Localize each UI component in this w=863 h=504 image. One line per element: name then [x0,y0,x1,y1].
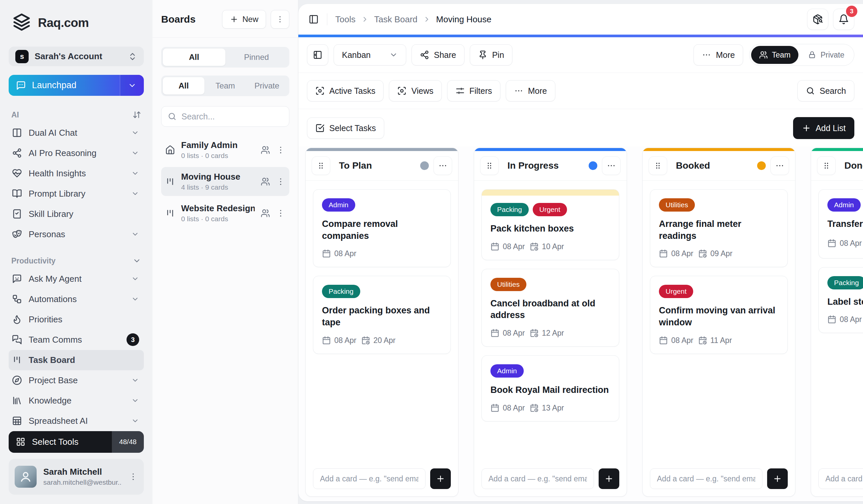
kebab-menu-icon [276,15,284,24]
boards-search-input[interactable] [182,112,289,121]
task-card[interactable]: Utilities Cancel broadband at old addres… [481,269,619,347]
chevron-down-icon[interactable] [133,257,141,265]
sidebar-item-skill-library[interactable]: Skill Library [9,204,144,224]
board-item-family-admin[interactable]: Family Admin 0 lists · 0 cards [161,135,289,164]
select-tools-main[interactable]: Select Tools [9,431,112,453]
add-card-button[interactable] [599,468,619,489]
new-board-button[interactable]: New [222,10,266,29]
add-list-button[interactable]: Add List [793,117,854,139]
drag-handle[interactable] [480,156,499,175]
task-card[interactable]: Admin Transfer c 08 Apr [818,189,863,258]
sidebar-item-ask-my-agent[interactable]: Ask My Agent [9,269,144,289]
calendar-icon [659,249,668,258]
account-name: Sarah's Account [35,51,122,62]
filter-tab-all[interactable]: All [163,77,204,94]
share-button[interactable]: Share [412,44,464,66]
column-title[interactable]: To Plan [335,158,415,174]
boards-more-button[interactable] [271,10,289,29]
views-button[interactable]: Views [389,80,441,102]
book-open-icon [12,189,22,198]
add-card-input[interactable] [650,468,762,489]
task-card[interactable]: Packing Label stor 08 Apr [818,267,863,333]
sidebar-item-prompt-library[interactable]: Prompt Library [9,184,144,204]
due-date-text: 10 Apr [542,242,564,251]
start-date: 08 Apr [322,249,357,258]
drag-handle[interactable] [817,156,836,175]
filters-more-button[interactable]: More [506,80,555,102]
breadcrumb-task-board[interactable]: Task Board [374,14,417,25]
breadcrumb-tools[interactable]: Tools [335,14,355,25]
sidebar-item-personas[interactable]: Personas [9,224,144,245]
board-item-moving-house[interactable]: Moving House 4 lists · 9 cards [161,167,289,196]
column-menu-button[interactable] [434,156,452,175]
task-card[interactable]: Urgent Confirm moving van arrival window… [650,276,788,354]
grip-icon [485,161,494,170]
task-card[interactable]: Admin Compare removal companies 08 Apr [313,189,451,267]
select-tools-button[interactable]: Select Tools 48/48 [9,431,144,453]
filter-tab-team[interactable]: Team [204,77,246,94]
kebab-menu-icon[interactable] [276,209,285,218]
sidebar-item-priorities[interactable]: Priorities [9,309,144,330]
visibility-private-option[interactable]: Private [800,46,852,64]
sidebar-item-health-insights[interactable]: Health Insights [9,163,144,184]
kebab-menu-icon[interactable] [128,472,138,481]
sidebar-item-automations[interactable]: Automations [9,289,144,309]
due-date: 12 Apr [530,329,564,338]
heart-pulse-icon [12,168,22,178]
add-card-button[interactable] [430,468,451,489]
drag-handle[interactable] [649,156,667,175]
filter-tab-private[interactable]: Private [246,77,288,94]
sidebar-item-task-board[interactable]: Task Board [9,350,144,370]
column-title[interactable]: In Progress [503,158,584,174]
boards-view-tabs: All Pinned [161,47,289,67]
column-done: Done Admin Transfer c 08 Ap [811,148,863,497]
column-menu-button[interactable] [602,156,621,175]
view-mode-select[interactable]: Kanban [334,44,406,66]
ai-section-header: AI [9,111,144,119]
more-button[interactable]: More [693,44,743,66]
task-card[interactable]: Admin Book Royal Mail redirection 08 Apr… [481,355,619,422]
sidebar-item-dual-ai-chat[interactable]: Dual AI Chat [9,123,144,143]
column-title[interactable]: Booked [672,158,752,174]
add-card-input[interactable] [313,468,425,489]
column-booked: Booked Utilities Arrange final meter rea… [642,148,796,497]
task-card[interactable]: Utilities Arrange final meter readings 0… [650,189,788,267]
board-item-website-redesign[interactable]: Website Redesign Ta... 0 lists · 0 cards [161,198,289,228]
sort-icon[interactable] [133,111,141,119]
boards-filter-tabs: All Team Private [161,76,289,96]
sidebar-item-project-base[interactable]: Project Base [9,370,144,390]
pin-button[interactable]: Pin [470,44,512,66]
account-switcher[interactable]: s Sarah's Account [9,47,144,66]
user-profile-card[interactable]: Sarah Mitchell sarah.mitchell@westbur... [9,459,144,495]
tab-all-boards[interactable]: All [163,49,225,66]
notifications-button[interactable]: 3 [833,9,854,30]
visibility-team-option[interactable]: Team [751,46,798,64]
kebab-menu-icon[interactable] [276,145,285,155]
add-card-button[interactable] [767,468,788,489]
package-search-button[interactable] [807,9,828,30]
select-tasks-button[interactable]: Select Tasks [307,117,384,139]
launchpad-main[interactable]: Launchpad [9,75,120,96]
column-footer [811,468,863,496]
due-date-text: 11 Apr [711,336,732,345]
column-title[interactable]: Done [840,158,863,174]
launchpad-button[interactable]: Launchpad [9,75,144,96]
sidebar-item-spreadsheet-ai[interactable]: Spreadsheet AI [9,411,144,431]
sidebar-item-team-comms[interactable]: Team Comms 3 [9,330,144,350]
sidebar-item-knowledge[interactable]: Knowledge [9,390,144,411]
sidebar-toggle-button[interactable] [306,12,321,27]
task-card[interactable]: Packing Order packing boxes and tape 08 … [313,276,451,354]
column-menu-button[interactable] [771,156,789,175]
tab-pinned-boards[interactable]: Pinned [225,49,288,66]
active-tasks-button[interactable]: Active Tasks [307,80,384,102]
board-search-button[interactable]: Search [797,80,854,102]
drag-handle[interactable] [312,156,330,175]
sidebar-item-ai-pro-reasoning[interactable]: AI Pro Reasoning [9,143,144,163]
filters-button[interactable]: Filters [447,80,500,102]
add-card-input[interactable] [818,468,863,489]
add-card-input[interactable] [481,468,594,489]
kebab-menu-icon[interactable] [276,177,285,186]
collapse-panel-button[interactable] [307,44,328,66]
launchpad-expand[interactable] [120,75,144,96]
task-card[interactable]: Packing Urgent Pack kitchen boxes 08 Apr [481,189,619,260]
